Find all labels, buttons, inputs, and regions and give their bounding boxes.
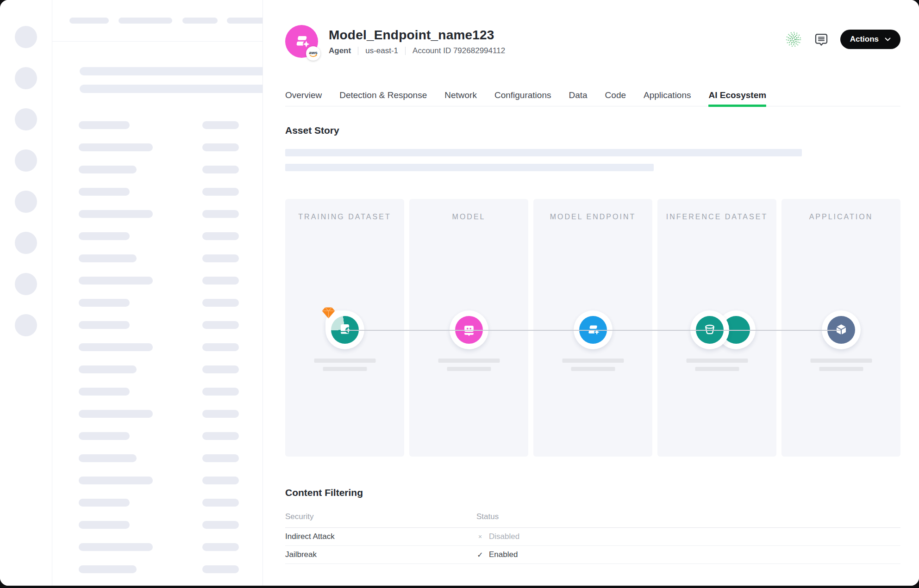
tab-configurations[interactable]: Configurations: [494, 90, 551, 106]
tab-network[interactable]: Network: [444, 90, 477, 106]
status-text: Enabled: [489, 550, 518, 559]
skeleton-bar: [80, 67, 263, 75]
sidebar-skeleton-header: [52, 0, 263, 42]
skeleton-bar: [79, 543, 153, 551]
asset-account-id: Account ID 792682994112: [413, 46, 505, 56]
sidebar-avatar-skeleton: [15, 191, 37, 213]
meta-divider: [405, 47, 406, 55]
skeleton-bar: [810, 359, 872, 363]
tab-overview[interactable]: Overview: [285, 90, 322, 106]
tab-code[interactable]: Code: [605, 90, 626, 106]
sentinel-burst-icon[interactable]: [785, 31, 802, 48]
enabled-check-icon: ✓: [476, 551, 484, 559]
skeleton-bar: [202, 299, 239, 307]
sidebar-skeleton-row: [52, 277, 263, 285]
sidebar-skeleton-row: [52, 477, 263, 484]
skeleton-bar: [202, 166, 239, 173]
pipeline-column-label: MODEL: [409, 213, 528, 221]
sidebar-avatar-skeleton: [15, 314, 37, 336]
skeleton-bar: [438, 359, 500, 363]
skeleton-bar: [79, 277, 153, 285]
skeleton-bar: [202, 565, 239, 573]
sidebar-avatar-skeleton: [15, 67, 37, 89]
skeleton-bar: [79, 210, 153, 218]
skeleton-bar: [79, 521, 130, 529]
sidebar-skeleton-row: [52, 299, 263, 307]
sidebar-skeleton-row: [52, 188, 263, 196]
asset-type: Agent: [329, 46, 351, 56]
sidebar-skeleton-row: [52, 254, 263, 262]
skeleton-bar: [79, 454, 137, 462]
skeleton-bar: [202, 543, 239, 551]
sidebar-skeleton-row: [52, 388, 263, 396]
status-cell: ✓ Enabled: [476, 550, 900, 559]
disabled-x-icon: ×: [476, 533, 484, 540]
skeleton-bar: [571, 367, 615, 371]
pipeline-column-model-endpoint: MODEL ENDPOINT: [533, 199, 652, 457]
sidebar-avatar-skeleton: [15, 149, 37, 172]
skeleton-bar: [285, 164, 654, 171]
skeleton-bar: [202, 499, 239, 507]
sidebar-avatar-skeleton: [15, 232, 37, 254]
tab-detection-response[interactable]: Detection & Response: [339, 90, 427, 106]
sidebar-skeleton-row: [52, 321, 263, 329]
skeleton-bar: [79, 254, 137, 262]
aws-badge-icon: aws: [306, 46, 320, 61]
pipeline-column-inference-dataset: INFERENCE DATASET: [657, 199, 776, 457]
skeleton-bar: [202, 477, 239, 484]
meta-divider: [358, 47, 358, 55]
status-text: Disabled: [489, 532, 519, 541]
sidebar-skeleton-row: [52, 410, 263, 418]
main-content: aws Model_Endpoint_name123 Agent us-east…: [263, 0, 919, 586]
skeleton-bar: [202, 343, 239, 351]
pipeline-column-label: APPLICATION: [781, 213, 900, 221]
tab-applications[interactable]: Applications: [644, 90, 691, 106]
skeleton-bar: [202, 521, 239, 529]
skeleton-bar: [79, 343, 153, 351]
security-cell: Jailbreak: [285, 550, 476, 559]
asset-identity: aws Model_Endpoint_name123 Agent us-east…: [285, 25, 505, 58]
sidebar-skeleton-row: [52, 232, 263, 240]
pipeline-column-model: MODEL: [409, 199, 528, 457]
pipeline-column-label: MODEL ENDPOINT: [533, 213, 652, 221]
skeleton-bar: [79, 232, 130, 240]
table-row: Jailbreak ✓ Enabled: [285, 546, 900, 564]
app-card: aws Model_Endpoint_name123 Agent us-east…: [0, 0, 919, 586]
skeleton-bar: [79, 143, 153, 151]
sidebar-skeleton-row: [52, 121, 263, 129]
skeleton-bar: [182, 18, 218, 24]
content-filtering-title: Content Filtering: [285, 487, 900, 498]
skeleton-bar: [695, 367, 739, 371]
actions-button[interactable]: Actions: [840, 30, 900, 49]
header-controls: Actions: [785, 30, 900, 49]
comment-icon[interactable]: [814, 32, 829, 47]
pipeline-connector-line: [345, 330, 841, 331]
sidebar-skeleton-panel: [52, 0, 263, 586]
pipeline-column-application: APPLICATION: [781, 199, 900, 457]
skeleton-bar: [79, 365, 137, 373]
tab-data[interactable]: Data: [569, 90, 587, 106]
sidebar-avatar-skeleton: [15, 108, 37, 130]
skeleton-bar: [79, 188, 130, 196]
skeleton-bar: [202, 365, 239, 373]
sidebar-avatar-skeleton: [15, 26, 37, 48]
tab-bar: Overview Detection & Response Network Co…: [285, 90, 900, 106]
skeleton-bar: [202, 254, 239, 262]
column-header-security: Security: [285, 512, 476, 521]
skeleton-bar: [79, 299, 130, 307]
sidebar-skeleton-row: [52, 499, 263, 507]
skeleton-bar: [79, 499, 130, 507]
sidebar-skeleton-row: [52, 210, 263, 218]
tab-ai-ecosystem[interactable]: AI Ecosystem: [708, 90, 766, 106]
sidebar-skeleton-row: [52, 166, 263, 173]
skeleton-bar: [202, 143, 239, 151]
skeleton-bar: [202, 432, 239, 440]
skeleton-bar: [79, 388, 130, 396]
pipeline-column-training-dataset: TRAINING DATASET: [285, 199, 404, 457]
sidebar-skeleton-row: [52, 432, 263, 440]
skeleton-bar: [314, 359, 375, 363]
skeleton-bar: [80, 85, 263, 93]
content-filtering-table: Security Status Indirect Attack × Disabl…: [285, 508, 900, 564]
skeleton-bar: [202, 388, 239, 396]
skeleton-bar: [79, 166, 137, 173]
